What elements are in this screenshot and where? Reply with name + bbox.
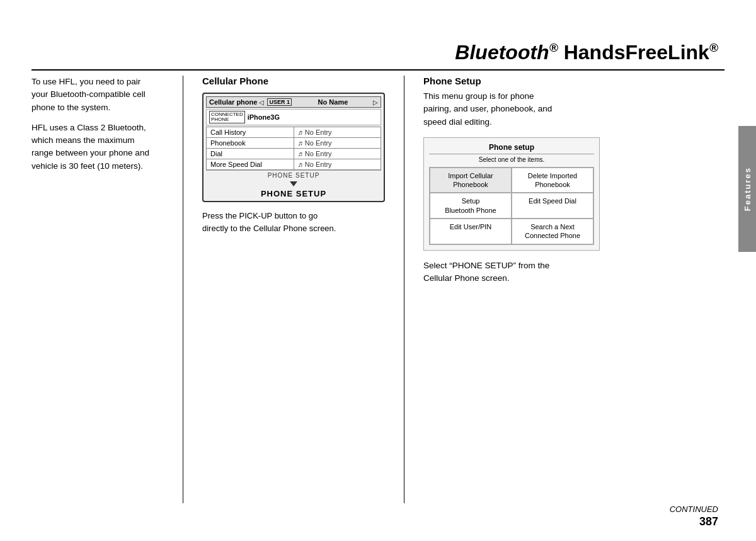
desc-line3: speed dial editing. — [423, 117, 492, 127]
setup-cell-search-next: Search a NextConnected Phone — [512, 219, 593, 244]
page-header: Bluetooth® HandsFreeLink® — [0, 0, 756, 69]
intro-para1: To use HFL, you need to pair your Blueto… — [32, 76, 158, 114]
cellular-phone-label: Cellular phone — [209, 98, 257, 106]
table-row: Phonebook ♬ No Entry — [207, 138, 381, 149]
pickup-description: Press the PICK-UP button to go directly … — [202, 210, 385, 234]
setup-cell-setup-bt: SetupBluetooth Phone — [430, 193, 512, 219]
right-arrow-icon: ▷ — [373, 99, 378, 106]
user-badge: USER 1 — [267, 98, 292, 106]
table-row: Dial ♬ No Entry — [207, 149, 381, 159]
menu-item-call-history: Call History — [207, 127, 294, 138]
menu-item-phonebook: Phonebook — [207, 138, 294, 149]
select-line1: Select “PHONE SETUP” from the — [423, 261, 549, 270]
desc-line1: This menu group is for phone — [423, 91, 534, 101]
phone-menu-table: Call History ♬ No Entry Phonebook ♬ No E… — [206, 127, 381, 170]
select-line2: Cellular Phone screen. — [423, 273, 510, 283]
intro-para2: HFL uses a Class 2 Bluetooth, which mean… — [32, 122, 158, 173]
setup-grid: Import CellularPhonebook Delete Imported… — [429, 167, 594, 245]
table-row: More Speed Dial ♬ No Entry — [207, 159, 381, 170]
menu-value-dial: ♬ No Entry — [294, 149, 381, 159]
setup-cell-import: Import CellularPhonebook — [430, 168, 512, 193]
left-column: To use HFL, you need to pair your Blueto… — [32, 76, 170, 503]
menu-value-phonebook: ♬ No Entry — [294, 138, 381, 149]
menu-value-call-history: ♬ No Entry — [294, 127, 381, 138]
menu-value-speed-dial: ♬ No Entry — [294, 159, 381, 170]
select-description: Select “PHONE SETUP” from the Cellular P… — [423, 259, 737, 285]
phone-setup-label: PHONE SETUP — [206, 189, 381, 198]
setup-cell-delete: Delete ImportedPhonebook — [512, 168, 593, 193]
column-divider-right — [404, 76, 404, 503]
main-content: To use HFL, you need to pair your Blueto… — [32, 76, 737, 503]
title-reg1: ® — [549, 41, 558, 54]
features-tab-label: Features — [743, 167, 752, 211]
title-hfl: HandsFreeLink — [558, 41, 709, 64]
setup-diagram-title: Phone setup — [429, 143, 594, 154]
page-number: 387 — [699, 515, 718, 528]
phone-header-bar: Cellular phone ◁ USER 1 No Name ▷ — [206, 96, 381, 108]
menu-item-dial: Dial — [207, 149, 294, 159]
cellular-phone-title: Cellular Phone — [202, 76, 385, 86]
page-title: Bluetooth® HandsFreeLink® — [455, 41, 718, 64]
column-divider-left — [183, 76, 183, 503]
left-arrow-icon: ◁ — [259, 99, 264, 106]
phone-name: No Name — [293, 98, 373, 106]
connected-label: CONNECTEDPHONE — [209, 111, 245, 123]
phone-screen-mockup: Cellular phone ◁ USER 1 No Name ▷ CONNEC… — [202, 93, 385, 202]
continued-label: CONTINUED — [670, 504, 718, 514]
setup-cell-edit-speed: Edit Speed Dial — [512, 193, 593, 219]
right-column: Phone Setup This menu group is for phone… — [417, 76, 737, 503]
middle-column: Cellular Phone Cellular phone ◁ USER 1 N… — [196, 76, 391, 503]
table-row: Call History ♬ No Entry — [207, 127, 381, 138]
title-bluetooth: Bluetooth — [455, 41, 549, 64]
page-footer: CONTINUED 387 — [32, 504, 718, 528]
connected-phone-row: CONNECTEDPHONE iPhone3G — [206, 109, 381, 125]
menu-item-speed-dial: More Speed Dial — [207, 159, 294, 170]
features-tab: Features — [738, 126, 756, 252]
phone-setup-description: This menu group is for phone pairing, an… — [423, 90, 737, 128]
setup-cell-edit-user: Edit User/PIN — [430, 219, 512, 244]
pickup-line1: Press the PICK-UP button to go — [202, 211, 318, 220]
phone-setup-screen-row: PHONE SETUP — [206, 170, 381, 180]
phone-setup-section-title: Phone Setup — [423, 76, 737, 86]
header-divider — [32, 69, 724, 71]
title-reg2: ® — [709, 41, 718, 54]
setup-diagram-subtitle: Select one of the items. — [429, 156, 594, 163]
pickup-line2: directly to the Cellular Phone screen. — [202, 224, 336, 233]
arrow-down-icon — [290, 181, 297, 186]
desc-line2: pairing, and user, phonebook, and — [423, 104, 552, 113]
phone-setup-diagram: Phone setup Select one of the items. Imp… — [423, 137, 600, 251]
connected-phone-name: iPhone3G — [248, 113, 280, 121]
